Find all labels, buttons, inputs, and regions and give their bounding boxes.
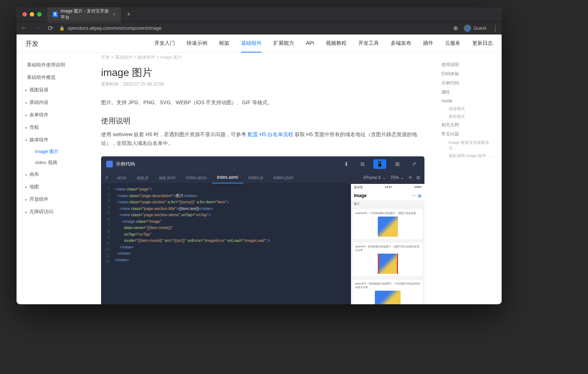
back-button[interactable]: ← <box>19 24 28 32</box>
browser-tab[interactable]: 支 image 图片 - 支付宝开放平台 × <box>47 7 121 23</box>
address-bar: ← → ⟳ 🔒 opendocs.alipay.com/mini/compone… <box>17 21 502 35</box>
sidebar-sub-item[interactable]: image 图片 <box>17 146 90 157</box>
reload-button[interactable]: ⟳ <box>46 24 55 32</box>
preview-image-scaletofill <box>378 217 398 237</box>
code-file-tab[interactable]: index.js <box>243 172 269 183</box>
zoom-select[interactable]: 75% ⌄ <box>390 175 404 180</box>
phone-status-bar: 支付宝14:57100% <box>351 184 424 191</box>
share-icon[interactable]: ↗ <box>409 159 419 169</box>
breadcrumb: 开发 > 基础组件 > 媒体组件 > image 图片 <box>101 53 424 62</box>
sidebar-item[interactable]: 基础组件概览 <box>17 71 90 84</box>
url-text: opendocs.alipay.com/mini/component/image <box>68 25 162 31</box>
nav-item[interactable]: 开发工具 <box>358 35 379 52</box>
code-file-tab[interactable]: index.acss <box>180 172 212 183</box>
more-icon[interactable]: ⋯ <box>412 193 416 198</box>
forward-button[interactable]: → <box>33 24 42 32</box>
nav-item[interactable]: 多端发布 <box>391 35 411 52</box>
toc-sub-item[interactable]: 真机调用 image 组件，… <box>441 152 496 160</box>
nav-item[interactable]: 插件 <box>423 35 433 52</box>
toc-item[interactable]: 示例代码 <box>441 79 496 88</box>
close-window-icon[interactable] <box>22 12 27 17</box>
code-example-block: 示例代码 ⬇ ⧉ 📱 ⊞ ↗ ≡.acssapp.jsapp.jsonindex… <box>101 156 424 304</box>
maximize-window-icon[interactable] <box>37 12 42 17</box>
toc-item[interactable]: 扫码体验 <box>441 69 496 79</box>
code-file-tab[interactable]: app.json <box>154 172 180 183</box>
grid-toggle-icon[interactable]: ⊞ <box>416 175 420 180</box>
preview-section-label: 图片 <box>351 200 424 207</box>
code-file-tab[interactable]: app.js <box>132 172 154 183</box>
avatar-icon: 👤 <box>464 25 471 32</box>
whitelist-link[interactable]: 配置 H5 白名单流程 <box>248 131 293 137</box>
line-numbers: 12345678910111213 <box>101 184 112 304</box>
lock-icon: 🔒 <box>59 26 65 31</box>
nav-item[interactable]: 扩展能力 <box>273 35 294 52</box>
toc-item[interactable]: 使用说明 <box>441 60 496 69</box>
toc-sub-item[interactable]: 裁剪模式 <box>441 113 496 120</box>
new-tab-button[interactable]: + <box>124 11 134 18</box>
section-heading-usage: 使用说明 <box>101 116 424 126</box>
sidebar-sub-item[interactable]: video 视频 <box>17 157 90 168</box>
toc-item[interactable]: mode <box>441 97 496 105</box>
cube-icon <box>106 161 113 167</box>
code-header-label: 示例代码 <box>116 161 135 167</box>
toc-sub-item[interactable]: 缩放模式 <box>441 105 496 113</box>
nav-item[interactable]: 视频教程 <box>326 35 347 52</box>
toc-sub-item[interactable]: image 标签支持读取流文… <box>441 139 496 152</box>
site-brand[interactable]: 开发 <box>25 39 39 48</box>
nav-item[interactable]: 云服务 <box>445 35 460 52</box>
preview-mode-card: aspectFill：保持纵横比缩放图片，只保证图片的短边能完全显示出来 <box>353 280 423 304</box>
phone-title-bar: Image ⋯◎ <box>351 191 424 200</box>
sidebar-group[interactable]: 媒体组件 <box>17 134 90 146</box>
toc-item[interactable]: 常见问题 <box>441 130 496 139</box>
target-icon[interactable]: ◎ <box>418 193 422 198</box>
code-file-tab[interactable]: index.json <box>268 172 298 183</box>
sidebar-item[interactable]: 基础组件使用说明 <box>17 59 90 71</box>
refresh-icon[interactable]: ⟲ <box>408 175 412 180</box>
nav-item[interactable]: 框架 <box>219 35 229 52</box>
page-content: 开发 开发入门快速示例框架基础组件扩展能力API视频教程开发工具多端发布插件云服… <box>17 35 502 304</box>
favicon-icon: 支 <box>53 11 58 17</box>
nav-item[interactable]: 更新日志 <box>472 35 493 52</box>
minimize-window-icon[interactable] <box>30 12 34 17</box>
sidebar-group[interactable]: 开放组件 <box>17 193 90 206</box>
usage-paragraph: 使用 webview 嵌套 H5 时，若遇到图片资源不显示问题，可参考 配置 H… <box>101 130 424 148</box>
download-icon[interactable]: ⬇ <box>341 159 352 169</box>
profile-button[interactable]: 👤 Guest <box>464 25 486 32</box>
grid-icon[interactable]: ⊞ <box>392 159 403 169</box>
preview-mode-card: aspectFit：保持纵横比缩放图片，使图片的长边能完全显示出来 <box>353 243 423 276</box>
preview-image-aspectfill <box>375 291 401 304</box>
preview-image-aspectfit <box>378 254 398 274</box>
sidebar-group[interactable]: 基础内容 <box>17 96 90 109</box>
traffic-lights <box>19 12 44 17</box>
device-select[interactable]: iPhone 6 ⌄ <box>363 175 386 180</box>
sidebar: 基础组件使用说明基础组件概览视图容器基础内容表单组件导航媒体组件image 图片… <box>17 53 90 304</box>
nav-item[interactable]: 基础组件 <box>241 35 262 52</box>
page-title: image 图片 <box>101 66 424 80</box>
url-field[interactable]: 🔒 opendocs.alipay.com/mini/component/ima… <box>59 25 449 31</box>
nav-item[interactable]: 开发入门 <box>154 35 175 52</box>
code-file-tab[interactable]: .acss <box>111 172 132 183</box>
code-file-tab[interactable]: index.axml <box>212 172 243 184</box>
toc-item[interactable]: 属性 <box>441 88 496 97</box>
sidebar-group[interactable]: 无障碍访问 <box>17 206 90 218</box>
sidebar-group[interactable]: 画布 <box>17 168 90 181</box>
sidebar-group[interactable]: 表单组件 <box>17 109 90 121</box>
preview-mode-card: scaleToFill：不保持纵横比缩放图片，使图片完全适应 <box>353 209 423 239</box>
sidebar-group[interactable]: 视图容器 <box>17 84 90 96</box>
tab-close-icon[interactable]: × <box>113 11 116 17</box>
toc-item[interactable]: 相关文档 <box>441 120 496 130</box>
nav-item[interactable]: API <box>306 35 314 52</box>
top-nav: 开发 开发入门快速示例框架基础组件扩展能力API视频教程开发工具多端发布插件云服… <box>17 35 502 53</box>
sidebar-group[interactable]: 导航 <box>17 121 90 134</box>
code-editor[interactable]: <view class="page"> <view class="page-de… <box>112 184 351 304</box>
tab-bar: 支 image 图片 - 支付宝开放平台 × + <box>17 7 502 21</box>
sidebar-group[interactable]: 地图 <box>17 181 90 193</box>
search-icon[interactable]: ⊕ <box>453 25 458 32</box>
qrcode-icon[interactable]: ⧉ <box>358 159 368 169</box>
intro-text: 图片。支持 JPG、PNG、SVG、WEBP（iOS 不支持动图）、GIF 等格… <box>101 98 424 107</box>
phone-icon[interactable]: 📱 <box>373 159 386 169</box>
file-list-icon[interactable]: ≡ <box>105 175 111 180</box>
nav-item[interactable]: 快速示例 <box>187 35 207 52</box>
browser-window: 支 image 图片 - 支付宝开放平台 × + ← → ⟳ 🔒 opendoc… <box>17 7 502 304</box>
menu-icon[interactable]: ⋮ <box>492 24 499 32</box>
